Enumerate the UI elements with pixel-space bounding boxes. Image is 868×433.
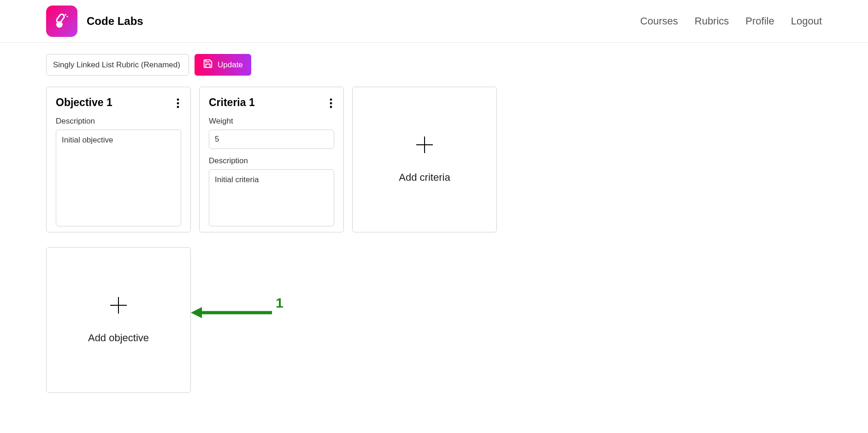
update-button[interactable]: Update xyxy=(195,54,251,76)
criteria-description-input[interactable] xyxy=(209,169,334,226)
criteria-weight-input[interactable] xyxy=(209,130,334,149)
criteria-card-header: Criteria 1 xyxy=(209,96,334,112)
annotation-number: 1 xyxy=(276,295,283,311)
nav-logout[interactable]: Logout xyxy=(791,15,822,27)
brand[interactable]: Code Labs xyxy=(46,6,143,37)
objective-card-header: Objective 1 xyxy=(56,96,181,112)
criteria-weight-label: Weight xyxy=(209,117,334,126)
objective-title: Objective 1 xyxy=(56,96,112,109)
add-objective-row: Add objective 1 xyxy=(46,247,822,393)
objective-kebab-icon[interactable] xyxy=(175,96,181,112)
svg-point-8 xyxy=(330,99,332,101)
rubric-name-input[interactable] xyxy=(46,54,189,76)
svg-point-7 xyxy=(177,106,179,108)
objective-description-label: Description xyxy=(56,117,181,126)
nav-rubrics[interactable]: Rubrics xyxy=(695,15,729,27)
rubric-toolbar: Update xyxy=(46,54,822,76)
criteria-title: Criteria 1 xyxy=(209,96,255,109)
svg-marker-16 xyxy=(191,307,202,318)
svg-point-3 xyxy=(67,16,68,18)
plus-icon xyxy=(415,136,434,154)
app-logo-icon xyxy=(46,6,77,37)
criteria-kebab-icon[interactable] xyxy=(328,96,334,112)
nav-profile[interactable]: Profile xyxy=(745,15,774,27)
svg-point-2 xyxy=(65,14,66,16)
objective-card: Objective 1 Description xyxy=(46,87,191,232)
save-icon xyxy=(203,59,213,71)
app-header: Code Labs Courses Rubrics Profile Logout xyxy=(0,0,868,43)
criteria-card: Criteria 1 Weight Description xyxy=(199,87,344,232)
main-content: Update Objective 1 Description Criteria … xyxy=(0,43,868,419)
add-objective-card[interactable]: Add objective xyxy=(46,247,191,393)
brand-name: Code Labs xyxy=(87,15,143,28)
annotation-arrow: 1 xyxy=(191,295,283,330)
svg-point-5 xyxy=(177,99,179,101)
svg-point-9 xyxy=(330,102,332,105)
plus-icon xyxy=(109,296,128,314)
svg-point-4 xyxy=(64,17,65,18)
main-nav: Courses Rubrics Profile Logout xyxy=(640,15,822,27)
objective-row: Objective 1 Description Criteria 1 xyxy=(46,87,822,232)
add-objective-label: Add objective xyxy=(88,332,149,344)
svg-point-6 xyxy=(177,102,179,105)
criteria-description-label: Description xyxy=(209,156,334,166)
add-criteria-card[interactable]: Add criteria xyxy=(352,87,497,232)
update-button-label: Update xyxy=(218,60,243,70)
svg-point-10 xyxy=(330,106,332,108)
objective-description-input[interactable] xyxy=(56,130,181,226)
add-criteria-label: Add criteria xyxy=(399,172,450,184)
nav-courses[interactable]: Courses xyxy=(640,15,678,27)
